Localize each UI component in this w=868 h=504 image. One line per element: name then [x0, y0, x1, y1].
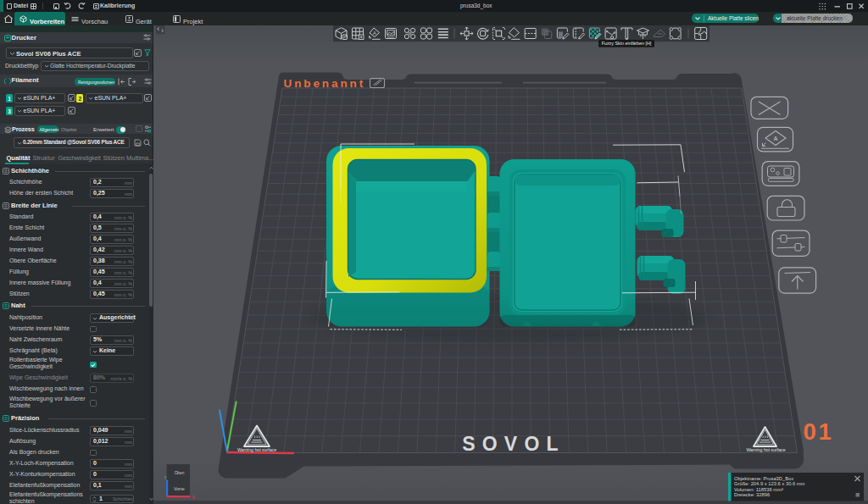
svg-text:SOVOL: SOVOL — [462, 433, 565, 455]
svg-text:A: A — [773, 136, 777, 141]
svg-text:Unbenannt: Unbenannt — [284, 77, 366, 90]
svg-text:A: A — [373, 30, 376, 36]
svg-text:Objektname: Prusa3D_Box: Objektname: Prusa3D_Box — [734, 476, 793, 481]
svg-text:Dreiecke: 32896: Dreiecke: 32896 — [734, 492, 770, 497]
svg-text:Fuzzy Skin einfärben [H]: Fuzzy Skin einfärben [H] — [602, 41, 652, 46]
svg-text:Oben: Oben — [175, 471, 185, 475]
svg-text:Volumen: 118536 mm³: Volumen: 118536 mm³ — [734, 487, 783, 492]
svg-text:Vorne: Vorne — [174, 487, 185, 491]
svg-text:Warning hot surface: Warning hot surface — [746, 447, 785, 452]
svg-text:01: 01 — [804, 418, 834, 445]
svg-text:Warning hot surface: Warning hot surface — [237, 447, 276, 452]
svg-text:Größe: 204.9 x 123.6 x 30.6 mm: Größe: 204.9 x 123.6 x 30.6 mm — [734, 481, 805, 486]
